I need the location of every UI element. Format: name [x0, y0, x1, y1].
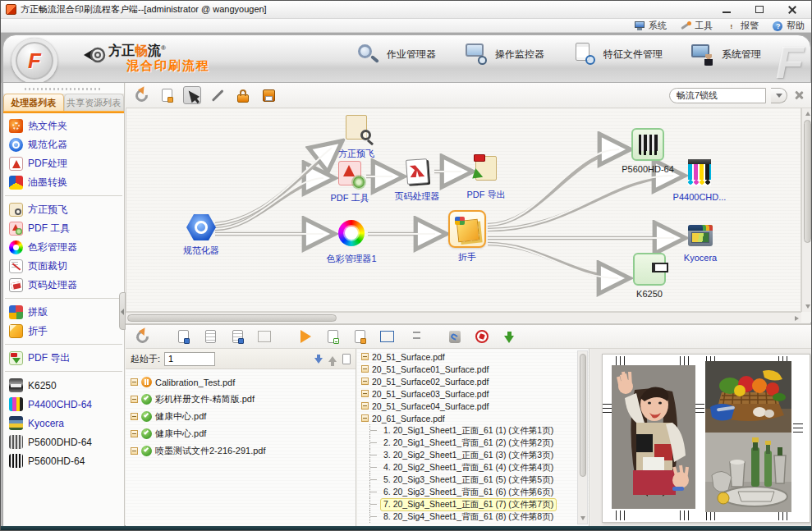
menu-item[interactable]: 帮助 — [772, 20, 805, 32]
expander-icon[interactable] — [361, 365, 369, 373]
tab-processor-list[interactable]: 处理器列表 — [3, 94, 64, 111]
recycle-button[interactable] — [446, 327, 464, 346]
jobs-undo-button[interactable] — [133, 327, 151, 346]
file-lock-button[interactable] — [351, 327, 369, 346]
expander-icon[interactable] — [361, 378, 369, 385]
canvas-horizontal-scrollbar[interactable] — [126, 312, 801, 323]
undo-button[interactable] — [132, 86, 150, 104]
sidebar-item[interactable]: 页码处理器 — [3, 276, 124, 295]
surface-page-row[interactable]: 5. 20_Sig3_Sheet1_正面_61 (5) (文件第5页) — [361, 474, 576, 486]
sidebar-grip[interactable] — [25, 85, 103, 92]
save-workflow-button[interactable] — [259, 86, 278, 104]
table-view-button[interactable] — [378, 327, 396, 346]
surface-page-row[interactable]: 6. 20_Sig3_Sheet1_背面_61 (6) (文件第6页) — [361, 486, 576, 498]
node-fold-selected[interactable]: 折手 — [448, 210, 486, 248]
header-button[interactable]: 特征文件管理 — [572, 42, 663, 66]
move-up-icon[interactable] — [328, 356, 337, 362]
imposition-preview-page[interactable] — [602, 354, 810, 523]
sidebar-item[interactable]: 拼版 — [3, 303, 124, 322]
surface-page-row[interactable]: 1. 20_Sig1_Sheet1_正面_61 (1) (文件第1页) — [361, 424, 576, 437]
surface-file-row[interactable]: 20_51_Surface.pdf — [361, 350, 576, 363]
sidebar-item[interactable]: Kyocera — [3, 414, 124, 433]
sidebar-item[interactable]: 热文件夹 — [3, 117, 124, 135]
node-pdf-tool[interactable]: PDF 工具 — [338, 161, 361, 185]
surface-file-row[interactable]: 20_51_Surface04_Surface.pdf — [361, 400, 576, 412]
surface-file-row[interactable]: 20_51_Surface03_Surface.pdf — [361, 387, 576, 400]
workflow-canvas[interactable]: 规范化器 方正预飞 PDF 工具 页码处理器 PDF 导出 — [126, 108, 801, 312]
expander-icon[interactable] — [131, 413, 138, 420]
scroll-right-icon[interactable] — [795, 316, 799, 321]
page-tool-icon[interactable] — [342, 354, 351, 364]
job-doc-lines-button[interactable] — [201, 327, 219, 346]
surfaces-scrollbar[interactable] — [577, 350, 588, 524]
add-file-button[interactable] — [323, 327, 342, 346]
node-pdf-export[interactable]: PDF 导出 — [475, 156, 497, 181]
node-printer-p4400chd[interactable]: P4400CHD... — [688, 159, 711, 185]
menu-item[interactable]: 系统 — [634, 20, 667, 32]
run-job-button[interactable] — [296, 327, 314, 346]
expander-icon[interactable] — [361, 353, 369, 360]
header-button[interactable]: 作业管理器 — [356, 42, 436, 66]
job-file-row[interactable]: 健康中心.pdf — [131, 408, 352, 425]
job-file-row[interactable]: 彩机样册文件-精简版.pdf — [131, 391, 352, 408]
connector-tool-button[interactable] — [209, 86, 227, 104]
node-color-manager[interactable]: 色彩管理器1 — [338, 220, 365, 246]
minimize-button[interactable] — [718, 4, 736, 16]
job-file-row[interactable]: Calibration_Test.pdf — [131, 373, 352, 391]
close-button[interactable] — [783, 4, 801, 16]
sidebar-item[interactable]: P5600HD-64 — [3, 451, 124, 470]
job-doc-button[interactable] — [174, 327, 192, 346]
sidebar-item[interactable]: 规范化器 — [3, 135, 124, 154]
sidebar-item[interactable]: P5600DHD-64 — [3, 433, 124, 451]
sidebar-item[interactable]: 折手 — [3, 322, 124, 341]
node-printer-p5600hd[interactable]: P5600HD-64 — [631, 128, 664, 161]
stop-job-button[interactable] — [473, 327, 491, 346]
sidebar-item[interactable]: PDF 工具 — [3, 219, 124, 238]
node-printer-kyocera[interactable]: Kyocera — [688, 225, 713, 246]
expander-icon[interactable] — [131, 430, 138, 437]
node-preflight[interactable]: 方正预飞 — [346, 115, 367, 140]
scroll-up-icon[interactable] — [805, 112, 810, 116]
scroll-down-icon[interactable] — [580, 516, 585, 520]
surface-page-row[interactable]: 8. 20_Sig4_Sheet1_背面_61 (8) (文件第8页) — [361, 510, 576, 523]
workflow-select-dropdown-icon[interactable] — [771, 88, 787, 103]
surface-file-row[interactable]: 20_61_Surface.pdf — [361, 412, 576, 424]
sidebar-item[interactable]: 方正预飞 — [3, 200, 124, 219]
new-workflow-button[interactable] — [158, 86, 176, 104]
surfaces-scroll-thumb[interactable] — [580, 354, 586, 477]
sidebar-item[interactable]: PDF处理 — [3, 154, 124, 173]
maximize-button[interactable] — [750, 4, 768, 16]
lock-button[interactable] — [234, 86, 252, 104]
sidebar-item[interactable]: 油墨转换 — [3, 173, 124, 192]
canvas-hscroll-thumb[interactable] — [127, 314, 337, 322]
header-button[interactable]: 系统管理 — [690, 42, 761, 66]
surface-file-row[interactable]: 20_51_Surface01_Surface.pdf — [361, 363, 576, 375]
menu-item[interactable]: 工具 — [680, 20, 713, 32]
sidebar-splitter-handle[interactable] — [119, 292, 126, 330]
expander-icon[interactable] — [361, 402, 369, 410]
header-button[interactable]: 操作监控器 — [464, 42, 544, 66]
expander-icon[interactable] — [131, 447, 138, 455]
close-workflow-icon[interactable] — [792, 89, 805, 102]
select-tool-button[interactable] — [183, 86, 201, 104]
canvas-vscroll-thumb[interactable] — [804, 120, 811, 243]
job-file-row[interactable]: 健康中心.pdf — [131, 425, 352, 442]
surface-page-row[interactable]: 3. 20_Sig2_Sheet1_正面_61 (3) (文件第3页) — [361, 449, 576, 461]
node-printer-k6250[interactable]: K6250 — [633, 253, 666, 286]
scroll-down-icon[interactable] — [805, 304, 810, 309]
start-at-input[interactable] — [164, 352, 215, 366]
job-grid-button[interactable] — [255, 327, 273, 346]
expander-icon[interactable] — [131, 396, 138, 403]
menu-item[interactable]: 报警 — [726, 20, 759, 32]
expander-icon[interactable] — [131, 378, 138, 386]
expander-icon[interactable] — [361, 390, 369, 397]
job-doc-combo-button[interactable] — [228, 327, 246, 346]
list-view-button[interactable] — [405, 327, 423, 346]
sidebar-item[interactable]: PDF 导出 — [3, 349, 124, 368]
canvas-vertical-scrollbar[interactable] — [801, 108, 812, 312]
sidebar-item[interactable]: 色彩管理器 — [3, 238, 124, 257]
surface-page-row[interactable]: 7. 20_Sig4_Sheet1_正面_61 (7) (文件第7页) — [361, 498, 576, 510]
sidebar-item[interactable]: P4400CHD-64 — [3, 395, 124, 414]
surface-page-row[interactable]: 4. 20_Sig2_Sheet1_背面_61 (4) (文件第4页) — [361, 461, 576, 474]
job-file-row[interactable]: 喷墨测试文件2-216-291.pdf — [131, 442, 352, 460]
